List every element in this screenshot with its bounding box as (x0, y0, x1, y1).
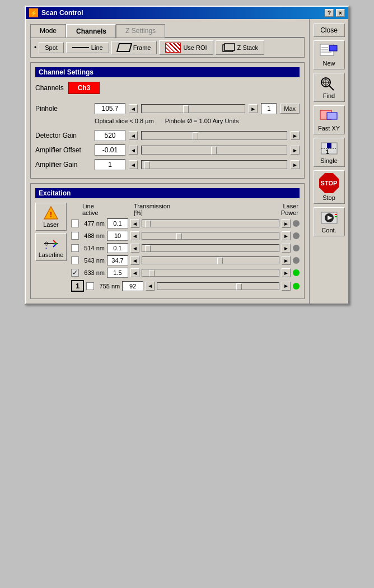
exc-755-left[interactable]: ◄ (146, 282, 155, 291)
exc-633-value[interactable]: 1.5 (107, 268, 128, 278)
spot-mode-button[interactable]: Spot (39, 42, 64, 53)
amplifier-offset-text: -0.01 (102, 146, 118, 154)
laserline-button[interactable]: * Laserline (35, 233, 67, 261)
amplifier-gain-value[interactable]: 1 (95, 159, 125, 170)
line-icon (72, 47, 89, 48)
exc-543-right[interactable]: ► (282, 256, 291, 265)
cont-icon (319, 210, 339, 226)
exc-755-value[interactable]: 92 (122, 281, 143, 291)
detector-gain-slider[interactable] (141, 131, 287, 140)
fastxy-button[interactable]: Fast XY (314, 105, 345, 134)
use-roi-button[interactable]: Use ROI (159, 40, 213, 55)
zstack-button[interactable]: Z Stack (216, 40, 264, 55)
exc-477-right[interactable]: ► (282, 219, 291, 228)
close-button[interactable]: Close (314, 24, 345, 37)
exc-543-slider[interactable] (142, 256, 279, 264)
svg-rect-1 (225, 44, 235, 50)
help-button[interactable]: ? (325, 9, 334, 17)
exc-488-checkbox[interactable] (71, 232, 79, 240)
exc-477-slider[interactable] (142, 220, 279, 227)
exc-477-thumb (145, 221, 151, 227)
exc-755-right[interactable]: ► (282, 282, 291, 291)
pinhole-right-arrow[interactable]: ► (249, 104, 258, 113)
channels-row: Channels Ch3 (35, 82, 300, 94)
exc-543-left[interactable]: ◄ (130, 256, 139, 265)
exc-488-slider[interactable] (142, 232, 279, 240)
pinhole-slider[interactable] (141, 104, 245, 113)
pinhole-max-button[interactable]: Max (280, 104, 300, 114)
window-body: Mode Channels Z Settings • Spot Line (26, 19, 348, 304)
exc-514-value[interactable]: 0.1 (107, 243, 128, 253)
exc-633-left[interactable]: ◄ (130, 268, 139, 277)
svg-rect-11 (329, 45, 337, 51)
exc-633-power-indicator (293, 269, 300, 276)
exc-488-power-indicator (293, 232, 300, 239)
amplifier-offset-slider[interactable] (141, 146, 287, 155)
detector-gain-left-arrow[interactable]: ◄ (129, 131, 138, 140)
detector-gain-right-arrow[interactable]: ► (291, 131, 300, 140)
amp-gain-left-arrow[interactable]: ◄ (129, 160, 138, 169)
exc-633-right[interactable]: ► (282, 268, 291, 277)
exc-514-slider[interactable] (142, 244, 279, 252)
exc-755-thumb (236, 283, 242, 290)
exc-514-left[interactable]: ◄ (130, 244, 139, 253)
window-close-button[interactable]: × (336, 9, 345, 17)
detector-gain-value[interactable]: 520 (95, 130, 125, 141)
laser-icon: ! (42, 206, 60, 221)
exc-488-text: 10 (114, 232, 121, 239)
laser-button[interactable]: ! Laser (35, 203, 67, 231)
amp-offset-left-arrow[interactable]: ◄ (129, 146, 138, 155)
detector-gain-label: Detector Gain (35, 132, 91, 139)
amp-gain-thumb (144, 161, 150, 169)
title-bar-left: ⚡ Scan Control (29, 8, 83, 17)
exc-633-slider[interactable] (142, 269, 279, 277)
app-icon: ⚡ (29, 8, 38, 17)
single-button[interactable]: 1 Single (314, 138, 345, 167)
tab-bar: Mode Channels Z Settings (30, 24, 305, 38)
pinhole-info-row: Optical slice < 0.8 µm Pinhole Ø = 1.00 … (95, 118, 300, 124)
laser-label: Laser (43, 221, 59, 228)
exc-543-checkbox[interactable] (71, 256, 79, 264)
exc-488-value[interactable]: 10 (107, 231, 128, 241)
amp-gain-right-arrow[interactable]: ► (291, 160, 300, 169)
exc-488-thumb (176, 233, 182, 240)
exc-514-right[interactable]: ► (282, 244, 291, 253)
exc-514-checkbox[interactable] (71, 244, 79, 252)
exc-633-checkbox[interactable]: ✓ (71, 269, 79, 277)
exc-488-right[interactable]: ► (282, 231, 291, 240)
find-button[interactable]: Find (314, 73, 345, 102)
tab-mode[interactable]: Mode (30, 24, 66, 38)
ch3-button[interactable]: Ch3 (68, 82, 100, 94)
exc-477-value[interactable]: 0.1 (107, 218, 128, 228)
excitation-title: Excitation (39, 189, 71, 197)
exc-488-wavelength: 488 nm (81, 232, 105, 239)
amp-offset-right-arrow[interactable]: ► (291, 146, 300, 155)
pinhole-step[interactable]: 1 (261, 103, 277, 114)
amplifier-offset-value[interactable]: -0.01 (95, 144, 125, 156)
exc-543-wavelength: 543 nm (81, 257, 105, 264)
excitation-header: Excitation (35, 188, 300, 198)
amplifier-gain-label: Amplifier Gain (35, 161, 91, 169)
exc-543-value[interactable]: 34.7 (107, 255, 128, 265)
exc-514-power-indicator (293, 245, 300, 251)
frame-label: Frame (133, 44, 151, 51)
detector-gain-thumb (193, 132, 198, 140)
stop-button[interactable]: STOP Stop (314, 170, 345, 204)
pinhole-left-arrow[interactable]: ◄ (129, 104, 138, 113)
tab-zsettings[interactable]: Z Settings (116, 24, 165, 38)
exc-477-left[interactable]: ◄ (130, 219, 139, 228)
frame-mode-button[interactable]: Frame (111, 41, 157, 54)
exc-477-checkbox[interactable] (71, 220, 79, 227)
cont-button[interactable]: Cont. (314, 207, 345, 236)
pinhole-value[interactable]: 105.7 (95, 103, 125, 114)
new-button[interactable]: New (314, 40, 345, 69)
tab-channels[interactable]: Channels (66, 24, 116, 38)
exc-633-wavelength: 633 nm (81, 269, 105, 276)
amplifier-gain-slider[interactable] (141, 160, 287, 169)
exc-755-checkbox[interactable] (86, 282, 94, 290)
window-title: Scan Control (41, 9, 83, 17)
exc-543-text: 34.7 (111, 257, 123, 264)
exc-755-slider[interactable] (157, 282, 279, 290)
exc-488-left[interactable]: ◄ (130, 231, 139, 240)
line-mode-button[interactable]: Line (66, 42, 109, 53)
